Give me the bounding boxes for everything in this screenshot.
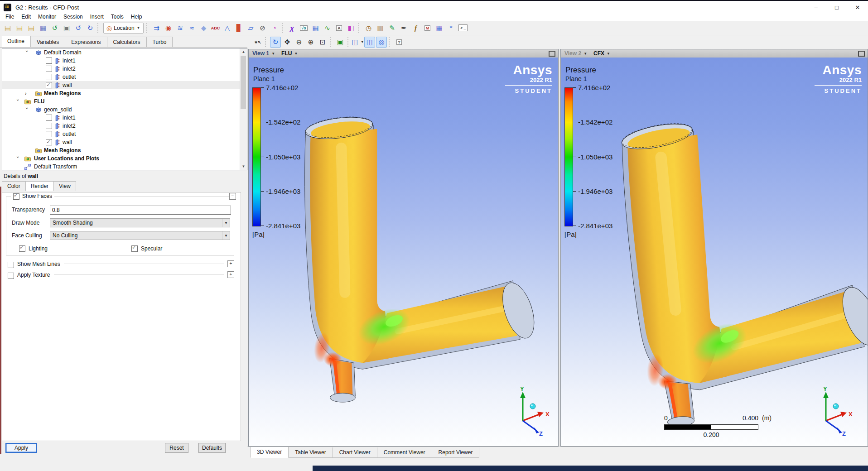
details-tab-view[interactable]: View: [53, 181, 76, 191]
mesh-calculator-icon[interactable]: ▦: [310, 23, 321, 34]
viewer-tab-comment-viewer[interactable]: Comment Viewer: [377, 447, 432, 458]
tab-expressions[interactable]: Expressions: [65, 37, 107, 47]
chevron-down-icon[interactable]: ▼: [583, 52, 587, 56]
case-comparison-icon[interactable]: ¹²: [446, 23, 457, 34]
probe-icon[interactable]: ✒: [399, 23, 410, 34]
split-view-icon[interactable]: ◫▼: [352, 37, 363, 48]
tree-expander-icon[interactable]: ›: [23, 50, 31, 55]
chevron-down-icon[interactable]: ▼: [607, 52, 610, 56]
scroll-thumb[interactable]: [241, 56, 246, 109]
viewer-tab-report-viewer[interactable]: Report Viewer: [432, 447, 480, 458]
tree-checkbox[interactable]: [46, 58, 52, 64]
expand-section-icon[interactable]: +: [227, 271, 234, 278]
zoom-icon[interactable]: ⊖: [294, 37, 304, 48]
insert-instance-transform-icon[interactable]: ▱: [246, 23, 256, 34]
tree-checkbox[interactable]: [46, 131, 52, 137]
function-calculator-icon[interactable]: ∿: [322, 23, 333, 34]
load-results-icon[interactable]: ▤: [2, 23, 13, 34]
insert-clip-plane-icon[interactable]: ⊘: [257, 23, 268, 34]
annotation-icon[interactable]: A: [334, 23, 345, 34]
tree-checkbox[interactable]: [46, 123, 52, 129]
tree-checkbox[interactable]: [46, 66, 52, 72]
insert-text-icon[interactable]: ABC: [210, 23, 221, 34]
menu-tools[interactable]: Tools: [107, 13, 127, 20]
lighting-checkbox[interactable]: [19, 245, 25, 252]
tree-item-wall[interactable]: wall: [2, 81, 247, 89]
reset-button[interactable]: Reset: [165, 443, 188, 453]
expand-section-icon[interactable]: +: [227, 260, 234, 267]
macro-table-icon[interactable]: M: [422, 23, 433, 34]
restore-view-icon[interactable]: [549, 51, 555, 57]
defaults-button[interactable]: Defaults: [198, 443, 226, 453]
view-selector[interactable]: View 1: [252, 50, 269, 57]
viewer-tab-table-viewer[interactable]: Table Viewer: [288, 447, 333, 458]
tree-scrollbar[interactable]: ▲ ▼: [240, 48, 247, 170]
tree-item-inlet2[interactable]: inlet2: [2, 65, 247, 73]
scroll-up-icon[interactable]: ▲: [240, 48, 247, 55]
expressions-icon[interactable]: χ: [287, 23, 298, 34]
tree-item-mesh-regions[interactable]: ›Mesh Regions: [2, 89, 247, 97]
quick-editor-icon[interactable]: ✎: [387, 23, 398, 34]
tree-checkbox[interactable]: [46, 74, 52, 80]
redo-icon[interactable]: ↻: [85, 23, 96, 34]
tree-expander-icon[interactable]: ›: [25, 89, 29, 97]
menu-help[interactable]: Help: [127, 13, 146, 20]
view-selector[interactable]: View 2: [564, 50, 581, 57]
calculators-icon[interactable]: √α: [299, 23, 309, 34]
viewer-tab-3d-viewer[interactable]: 3D Viewer: [250, 447, 289, 458]
minimize-button[interactable]: –: [805, 1, 826, 14]
chevron-down-icon[interactable]: ▼: [137, 26, 140, 30]
tree-item-inlet2[interactable]: inlet2: [2, 122, 247, 130]
insert-plane-icon[interactable]: ⇉: [151, 23, 162, 34]
scroll-down-icon[interactable]: ▼: [240, 163, 247, 170]
tree-item-geom-solid[interactable]: ›geom_solid: [2, 106, 247, 114]
details-tab-color[interactable]: Color: [2, 181, 26, 191]
menu-file[interactable]: File: [2, 13, 18, 20]
details-tab-render[interactable]: Render: [25, 181, 54, 191]
export-table-icon[interactable]: ▦: [434, 23, 445, 34]
chevron-down-icon[interactable]: ▼: [222, 219, 230, 227]
insert-contour-icon[interactable]: ◉: [163, 23, 174, 34]
insert-color-map-icon[interactable]: ◔: [269, 23, 280, 34]
tree-item-default-transform[interactable]: Default Transform: [2, 163, 247, 170]
load-state-icon[interactable]: ▤: [26, 23, 37, 34]
specular-checkbox[interactable]: [131, 245, 138, 252]
timestep-selector-icon[interactable]: ◷: [363, 23, 374, 34]
tree-checkbox[interactable]: [46, 115, 52, 121]
zoom-box-icon[interactable]: ⊡: [317, 37, 328, 48]
tree-item-outlet[interactable]: outlet: [2, 73, 247, 81]
tree-item-inlet1[interactable]: inlet1: [2, 57, 247, 65]
probe-select-icon[interactable]: ∗↖: [252, 37, 263, 48]
pan-icon[interactable]: ✥: [282, 37, 293, 48]
render-options-icon[interactable]: ◧: [346, 23, 357, 34]
tree-expander-icon[interactable]: ›: [14, 156, 22, 161]
viewport-3d[interactable]: Pressure Plane 1 7.416e+02-1.542e+02-1.0…: [561, 58, 868, 446]
undo-icon[interactable]: ↺: [73, 23, 84, 34]
tree-item-mesh-regions[interactable]: Mesh Regions: [2, 146, 247, 154]
tree-expander-icon[interactable]: ›: [23, 107, 31, 112]
viewport-3d[interactable]: Pressure Plane 1 7.416e+02-1.542e+02-1.0…: [249, 58, 558, 446]
tree-item-outlet[interactable]: outlet: [2, 130, 247, 138]
menu-session[interactable]: Session: [60, 13, 87, 20]
face-culling-select[interactable]: No Culling ▼: [50, 231, 230, 240]
fit-view-icon[interactable]: ▣: [335, 37, 346, 48]
save-state-icon[interactable]: ▦: [38, 23, 48, 34]
sync-views-icon[interactable]: ◎: [376, 37, 387, 48]
tree-checkbox[interactable]: [46, 139, 52, 145]
collapse-group-icon[interactable]: −: [229, 193, 236, 200]
tab-calculators[interactable]: Calculators: [107, 37, 147, 47]
apply-button[interactable]: Apply: [5, 443, 37, 453]
draw-mode-select[interactable]: Smooth Shading ▼: [50, 218, 230, 227]
insert-legend-icon[interactable]: ▊: [234, 23, 245, 34]
dataset-selector[interactable]: CFX: [593, 50, 604, 57]
chevron-down-icon[interactable]: ▼: [271, 52, 275, 56]
tab-turbo[interactable]: Turbo: [146, 37, 173, 47]
restore-view-icon[interactable]: [858, 51, 865, 57]
tree-item-flu[interactable]: ›FLU: [2, 97, 247, 106]
tree-checkbox[interactable]: [46, 82, 52, 88]
tree-item-user-locations-and-plots[interactable]: ›User Locations and Plots: [2, 154, 247, 163]
zoom-in-icon[interactable]: ⊕: [305, 37, 316, 48]
tab-variables[interactable]: Variables: [30, 37, 65, 47]
animation-icon[interactable]: ▥: [375, 23, 386, 34]
dataset-selector[interactable]: FLU: [281, 50, 292, 57]
